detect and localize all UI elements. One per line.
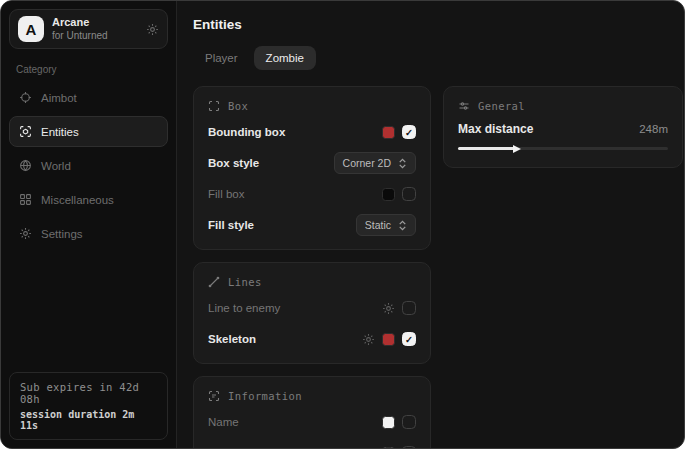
subscription-expiry: Sub expires in 42d 08h [20, 381, 157, 405]
app-window: A Arcane for Unturned Category Aimbot [0, 0, 685, 449]
max-distance-label: Max distance [458, 122, 639, 136]
globe-icon [19, 159, 32, 172]
tab-zombie[interactable]: Zombie [254, 46, 316, 70]
subscription-card: Sub expires in 42d 08h session duration … [9, 372, 168, 440]
card-title: Box [228, 100, 248, 112]
gear-icon[interactable] [382, 302, 395, 315]
chevron-up-down-icon [398, 220, 407, 231]
max-distance-value: 248m [639, 123, 668, 135]
brand-text: Arcane for Unturned [52, 16, 108, 42]
check-icon: ✓ [405, 127, 413, 138]
checkbox[interactable]: ✓ [402, 125, 416, 139]
sliders-icon [458, 100, 470, 112]
sidebar: A Arcane for Unturned Category Aimbot [1, 1, 177, 448]
card-title: Information [228, 390, 302, 402]
tab-player[interactable]: Player [193, 46, 250, 70]
sidebar-item-label: World [41, 160, 71, 172]
setting-row: Name [208, 411, 416, 433]
setting-row: Box style Corner 2D [208, 152, 416, 174]
category-label: Category [16, 64, 161, 75]
setting-row: Line to enemy [208, 297, 416, 319]
color-swatch[interactable] [382, 416, 395, 429]
check-icon: ✓ [405, 334, 413, 345]
information-card-header: Information [208, 390, 416, 402]
gear-icon[interactable] [146, 23, 159, 36]
grid-icon [19, 193, 32, 206]
card-title: Lines [228, 276, 262, 288]
setting-label: Box style [208, 157, 334, 169]
color-swatch[interactable] [382, 333, 395, 346]
sidebar-item-label: Miscellaneous [41, 194, 114, 206]
diagonal-line-icon [208, 276, 220, 288]
brand-card: A Arcane for Unturned [9, 9, 168, 49]
dropdown-value: Corner 2D [343, 157, 391, 169]
page-title: Entities [193, 17, 683, 32]
box-card-header: Box [208, 100, 416, 112]
lines-card: Lines Line to enemy [193, 262, 431, 364]
main-content: Entities Player Zombie Box [177, 1, 685, 448]
setting-label: Name [208, 416, 382, 428]
box-card: Box Bounding box ✓ Box style [193, 86, 431, 250]
fill-style-dropdown[interactable]: Static [356, 214, 416, 236]
box-style-dropdown[interactable]: Corner 2D [334, 152, 416, 174]
gear-icon [19, 227, 32, 240]
text-scan-icon [208, 390, 220, 402]
content-grid: Box Bounding box ✓ Box style [193, 86, 683, 449]
setting-row: Distance [208, 442, 416, 449]
sidebar-item-world[interactable]: World [9, 150, 168, 181]
card-title: General [478, 100, 525, 112]
sidebar-item-label: Aimbot [41, 92, 77, 104]
setting-row: Fill box [208, 183, 416, 205]
scan-icon [208, 100, 220, 112]
slider-fill [458, 147, 515, 150]
lines-card-header: Lines [208, 276, 416, 288]
brand-subtitle: for Unturned [52, 30, 108, 43]
checkbox[interactable] [402, 187, 416, 201]
checkbox[interactable] [402, 415, 416, 429]
cube-scan-icon [19, 125, 32, 138]
checkbox[interactable] [402, 301, 416, 315]
information-card: Information Name Distance [193, 376, 431, 449]
left-column: Box Bounding box ✓ Box style [193, 86, 431, 449]
checkbox[interactable]: ✓ [402, 332, 416, 346]
general-card-header: General [458, 100, 668, 112]
general-card: General Max distance 248m [443, 86, 683, 168]
sidebar-item-aimbot[interactable]: Aimbot [9, 82, 168, 113]
slider-handle[interactable] [513, 145, 521, 153]
chevron-up-down-icon [398, 158, 407, 169]
sidebar-spacer [9, 252, 168, 372]
sidebar-item-entities[interactable]: Entities [9, 116, 168, 147]
color-swatch[interactable] [382, 188, 395, 201]
gear-icon[interactable] [362, 333, 375, 346]
setting-row: Skeleton ✓ [208, 328, 416, 350]
setting-label: Bounding box [208, 126, 382, 138]
sidebar-item-miscellaneous[interactable]: Miscellaneous [9, 184, 168, 215]
setting-row: Fill style Static [208, 214, 416, 236]
right-column: General Max distance 248m [443, 86, 683, 168]
max-distance-row: Max distance 248m [458, 122, 668, 136]
tab-bar: Player Zombie [193, 46, 683, 70]
session-duration: session duration 2m 11s [20, 409, 157, 431]
color-swatch[interactable] [382, 126, 395, 139]
max-distance-slider[interactable] [458, 147, 668, 150]
setting-label: Skeleton [208, 333, 362, 345]
brand-logo: A [18, 16, 44, 42]
setting-row: Bounding box ✓ [208, 121, 416, 143]
setting-label: Fill style [208, 219, 356, 231]
crosshair-icon [19, 91, 32, 104]
setting-label: Fill box [208, 188, 382, 200]
dropdown-value: Static [365, 219, 391, 231]
sidebar-item-label: Settings [41, 228, 83, 240]
brand-name: Arcane [52, 16, 108, 30]
sidebar-item-settings[interactable]: Settings [9, 218, 168, 249]
sidebar-item-label: Entities [41, 126, 79, 138]
setting-label: Line to enemy [208, 302, 382, 314]
